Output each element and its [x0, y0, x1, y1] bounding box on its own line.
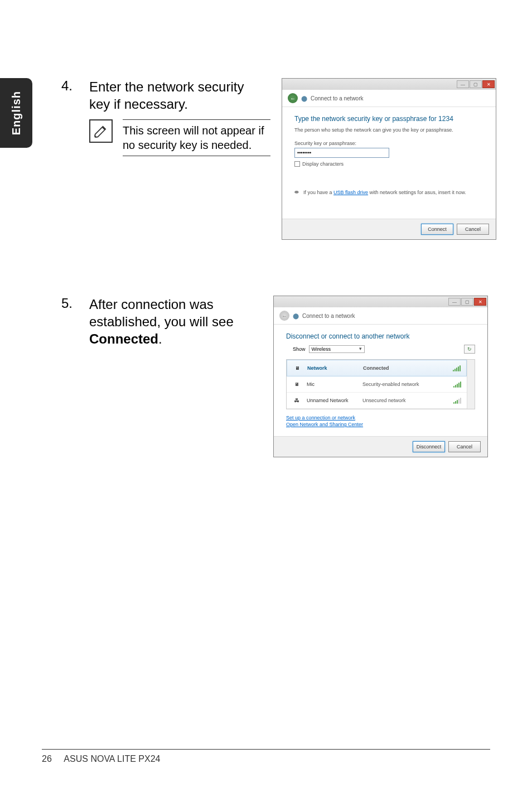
- display-chars-label: Display characters: [302, 161, 344, 167]
- language-tab: English: [0, 78, 32, 148]
- dialog-subtext: The person who setup the network can giv…: [294, 127, 483, 133]
- network-name: Network: [307, 365, 357, 371]
- show-label: Show: [293, 346, 306, 352]
- step-text: After connection was established, you wi…: [89, 296, 262, 457]
- display-chars-row[interactable]: Display characters: [294, 161, 483, 167]
- back-button[interactable]: ←: [288, 93, 298, 103]
- step-5: 5. After connection was established, you…: [61, 296, 496, 457]
- field-label: Security key or passphrase:: [294, 141, 483, 146]
- usb-text: If you have a USB flash drive with netwo…: [303, 190, 466, 195]
- network-icon: 🖧: [292, 398, 301, 403]
- dialog-footer: Connect Cancel: [282, 219, 496, 239]
- language-label: English: [10, 91, 23, 135]
- step-body: After connection was established, you wi…: [89, 296, 496, 457]
- note-text: This screen will not appear if no securi…: [123, 119, 270, 156]
- step-body: Enter the network security key if necess…: [89, 78, 496, 240]
- page-number: 26: [42, 754, 52, 764]
- setup-connection-link[interactable]: Set up a connection or network: [286, 415, 475, 421]
- bottom-links: Set up a connection or network Open Netw…: [286, 415, 475, 427]
- page-footer: 26 ASUS NOVA LITE PX24: [42, 749, 490, 764]
- cancel-button[interactable]: Cancel: [457, 224, 489, 235]
- step-number: 5.: [61, 296, 89, 457]
- network-item[interactable]: 🖧 Unnamed Network Unsecured network: [287, 393, 467, 409]
- nav-title: Connect to a network: [302, 313, 355, 319]
- network-icon: ⬤: [301, 95, 307, 102]
- step-number: 4.: [61, 78, 89, 240]
- cancel-button[interactable]: Cancel: [448, 441, 481, 452]
- dialog-heading: Disconnect or connect to another network: [286, 332, 475, 340]
- maximize-button[interactable]: ▢: [470, 80, 482, 88]
- dialog-heading: Type the network security key or passphr…: [294, 115, 483, 123]
- signal-icon: [453, 397, 461, 404]
- pc-icon: 🖥: [292, 381, 301, 387]
- open-sharing-center-link[interactable]: Open Network and Sharing Center: [286, 422, 475, 427]
- pc-icon: 🖥: [293, 365, 302, 371]
- network-list-dialog: — ▢ ✕ ← ⬤ Connect to a network Disconnec…: [273, 296, 488, 457]
- checkbox-icon: [294, 161, 300, 167]
- usb-link[interactable]: USB flash drive: [333, 190, 368, 195]
- disconnect-button[interactable]: Disconnect: [413, 441, 445, 452]
- page-content: 4. Enter the network security key if nec…: [61, 78, 496, 480]
- footer-title: ASUS NOVA LITE PX24: [64, 754, 160, 764]
- note-icon: [89, 119, 113, 143]
- usb-hint-row: ⬬ If you have a USB flash drive with net…: [294, 189, 483, 195]
- network-name: Mic: [307, 381, 357, 387]
- minimize-button[interactable]: —: [457, 80, 469, 88]
- usb-icon: ⬬: [294, 189, 299, 195]
- network-name: Unnamed Network: [307, 398, 357, 403]
- back-button[interactable]: ←: [279, 311, 289, 321]
- step-4: 4. Enter the network security key if nec…: [61, 78, 496, 240]
- network-status: Unsecured network: [362, 398, 448, 403]
- network-list: 🖥 Network Connected 🖥 Mic Security-enabl…: [286, 359, 475, 409]
- network-status: Connected: [363, 365, 447, 371]
- nav-title: Connect to a network: [311, 95, 364, 102]
- minimize-button[interactable]: —: [448, 298, 461, 306]
- titlebar: — ▢ ✕: [274, 296, 487, 307]
- show-filter-row: Show Wireless ↻: [286, 345, 475, 354]
- network-item[interactable]: 🖥 Network Connected: [287, 360, 467, 376]
- security-key-input[interactable]: ••••••••: [294, 148, 389, 158]
- scrollbar[interactable]: [467, 360, 475, 409]
- refresh-button[interactable]: ↻: [464, 345, 475, 354]
- maximize-button[interactable]: ▢: [461, 298, 473, 306]
- nav-row: ← ⬤ Connect to a network: [274, 307, 487, 325]
- connect-button[interactable]: Connect: [421, 224, 453, 235]
- close-button[interactable]: ✕: [474, 298, 486, 306]
- network-icon: ⬤: [293, 313, 299, 319]
- security-key-dialog: — ▢ ✕ ← ⬤ Connect to a network Type the …: [282, 78, 496, 240]
- titlebar: — ▢ ✕: [282, 79, 496, 90]
- close-button[interactable]: ✕: [482, 80, 495, 88]
- nav-row: ← ⬤ Connect to a network: [282, 90, 496, 107]
- dialog-body: Type the network security key or passphr…: [282, 107, 496, 219]
- step-left: Enter the network security key if necess…: [89, 78, 270, 240]
- network-item[interactable]: 🖥 Mic Security-enabled network: [287, 376, 467, 393]
- step-text: Enter the network security key if necess…: [89, 78, 262, 113]
- network-status: Security-enabled network: [362, 381, 448, 387]
- signal-icon: [453, 381, 461, 388]
- dialog-footer: Disconnect Cancel: [274, 436, 487, 457]
- note-row: This screen will not appear if no securi…: [89, 119, 270, 156]
- dialog-body: Disconnect or connect to another network…: [274, 325, 487, 436]
- show-select[interactable]: Wireless: [309, 345, 365, 353]
- signal-icon: [453, 365, 461, 371]
